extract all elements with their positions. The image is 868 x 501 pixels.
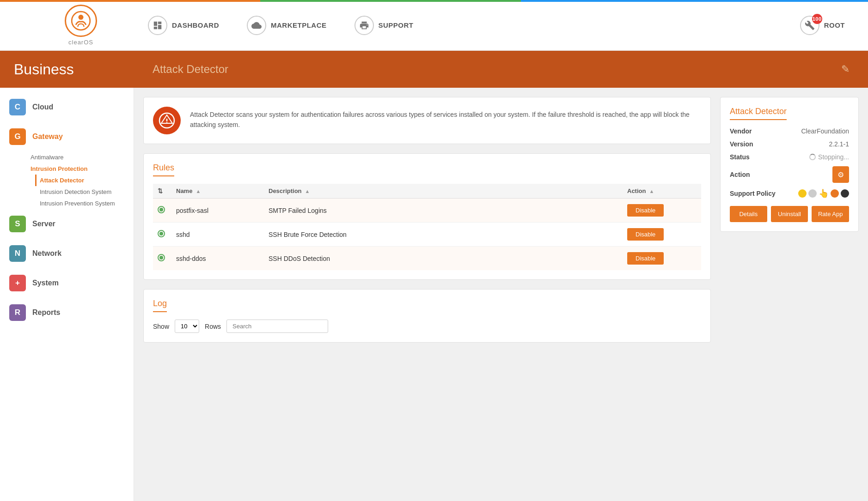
- sidebar-cloud-label: Cloud: [32, 103, 53, 111]
- row2-disable-button[interactable]: Disable: [627, 228, 664, 241]
- sidebar-item-cloud[interactable]: C Cloud: [0, 92, 134, 122]
- nav-dashboard[interactable]: DASHBOARD: [148, 16, 219, 35]
- name-sort-icon: ▲: [196, 188, 201, 194]
- nav-support[interactable]: SUPPORT: [355, 16, 414, 35]
- marketplace-icon: [247, 16, 266, 35]
- row1-action: Disable: [627, 204, 697, 217]
- table-row: postfix-sasl SMTP Failed Logins Disable: [153, 199, 701, 223]
- rate-app-button[interactable]: Rate App: [812, 206, 849, 222]
- edit-icon[interactable]: ✎: [841, 63, 850, 75]
- log-search-input[interactable]: [226, 320, 328, 333]
- action-button[interactable]: ⚙: [832, 166, 849, 183]
- support-dot-orange: [831, 189, 839, 198]
- row2-status: [158, 230, 176, 239]
- version-row: Version 2.2.1-1: [730, 140, 849, 148]
- sidebar-system-label: System: [32, 279, 59, 287]
- col-description-header[interactable]: Description ▲: [269, 187, 627, 194]
- reports-icon: R: [9, 304, 26, 321]
- row1-status: [158, 206, 176, 215]
- submenu-antimalware[interactable]: Antimalware: [26, 151, 134, 163]
- nav-dashboard-label: DASHBOARD: [172, 21, 219, 29]
- app-info-card: Attack Detector Vendor ClearFoundation V…: [720, 97, 859, 232]
- submenu-intrusion-protection[interactable]: Intrusion Protection: [26, 163, 134, 175]
- sidebar-item-gateway[interactable]: G Gateway: [0, 122, 134, 151]
- status-active-icon: [158, 206, 165, 213]
- sort-up-icon: ⇅: [158, 187, 163, 194]
- nav-root[interactable]: 100 ROOT: [800, 16, 845, 35]
- hand-pointer-icon: 👆: [819, 188, 829, 199]
- row2-name: sshd: [176, 231, 269, 238]
- version-label: Version: [730, 140, 753, 148]
- col-name-header[interactable]: Name ▲: [176, 187, 269, 194]
- section-title: Business: [14, 61, 148, 78]
- svg-point-4: [166, 122, 168, 124]
- logo-icon: [65, 5, 97, 37]
- col-name-label: Name: [176, 187, 192, 194]
- description-sort-icon: ▲: [305, 188, 310, 194]
- info-box-text: Attack Detector scans your system for au…: [190, 107, 701, 130]
- app-buttons: Details Uninstall Rate App: [730, 206, 849, 222]
- page-title: Attack Detector: [148, 63, 841, 76]
- vendor-value: ClearFoundation: [801, 127, 849, 135]
- root-badge: 100: [812, 14, 822, 24]
- status-active-icon: [158, 254, 165, 261]
- root-icon: 100: [800, 16, 819, 35]
- support-dots: 👆: [798, 188, 849, 199]
- support-dot-dark: [841, 189, 849, 198]
- log-title: Log: [153, 299, 167, 312]
- submenu-intrusion-prevention[interactable]: Intrusion Prevention System: [35, 198, 134, 209]
- row3-name: sshd-ddos: [176, 255, 269, 262]
- vendor-label: Vendor: [730, 127, 752, 135]
- submenu-intrusion-detection[interactable]: Intrusion Detection System: [35, 186, 134, 198]
- row1-name: postfix-sasl: [176, 207, 269, 214]
- row2-description: SSH Brute Force Detection: [269, 231, 627, 238]
- server-icon: S: [9, 216, 26, 232]
- row3-disable-button[interactable]: Disable: [627, 252, 664, 265]
- rules-title: Rules: [153, 163, 174, 176]
- table-header: ⇅ Name ▲ Description ▲ Action ▲: [153, 184, 701, 199]
- vendor-row: Vendor ClearFoundation: [730, 127, 849, 135]
- top-nav: clearOS DASHBOARD MARKETPLACE SUPPORT 10…: [0, 0, 868, 51]
- details-button[interactable]: Details: [730, 206, 767, 222]
- action-sort-icon: ▲: [649, 188, 654, 194]
- submenu-attack-detector[interactable]: Attack Detector: [35, 175, 134, 186]
- gateway-submenu: Antimalware Intrusion Protection Attack …: [0, 151, 134, 209]
- row3-action: Disable: [627, 252, 697, 265]
- page-header: Business Attack Detector ✎: [0, 51, 868, 88]
- status-text: Stopping...: [818, 153, 849, 161]
- version-value: 2.2.1-1: [829, 140, 849, 148]
- logo-area: clearOS: [14, 5, 148, 46]
- show-label: Show: [153, 323, 169, 330]
- support-icon: [355, 16, 374, 35]
- sidebar-item-reports[interactable]: R Reports: [0, 298, 134, 327]
- col-action-label: Action: [627, 187, 646, 194]
- intrusion-children: Attack Detector Intrusion Detection Syst…: [26, 175, 134, 209]
- dashboard-icon: [148, 16, 167, 35]
- gateway-icon: G: [9, 128, 26, 145]
- uninstall-button[interactable]: Uninstall: [771, 206, 808, 222]
- log-section: Log Show 10 25 50 Rows: [143, 289, 711, 343]
- sidebar-network-label: Network: [32, 249, 61, 258]
- support-dot-yellow: [798, 189, 807, 198]
- action-label: Action: [730, 171, 750, 178]
- nav-marketplace[interactable]: MARKETPLACE: [247, 16, 327, 35]
- log-controls: Show 10 25 50 Rows: [153, 320, 701, 333]
- sidebar-item-server[interactable]: S Server: [0, 209, 134, 239]
- status-value: Stopping...: [809, 153, 849, 161]
- sidebar-server-label: Server: [32, 220, 55, 228]
- app-logo-icon: [153, 107, 181, 134]
- spinner-icon: [809, 154, 816, 160]
- sidebar-gateway-label: Gateway: [32, 133, 63, 141]
- system-icon: +: [9, 275, 26, 291]
- nav-root-label: ROOT: [824, 21, 845, 29]
- sidebar-item-network[interactable]: N Network: [0, 239, 134, 268]
- row1-disable-button[interactable]: Disable: [627, 204, 664, 217]
- cloud-icon: C: [9, 99, 26, 115]
- rows-label: Rows: [205, 323, 221, 330]
- logo-text: clearOS: [68, 39, 93, 46]
- rows-select[interactable]: 10 25 50: [175, 320, 199, 333]
- col-action-header[interactable]: Action ▲: [627, 187, 697, 194]
- sidebar-item-system[interactable]: + System: [0, 268, 134, 298]
- action-row: Action ⚙: [730, 166, 849, 183]
- col-description-label: Description: [269, 187, 302, 194]
